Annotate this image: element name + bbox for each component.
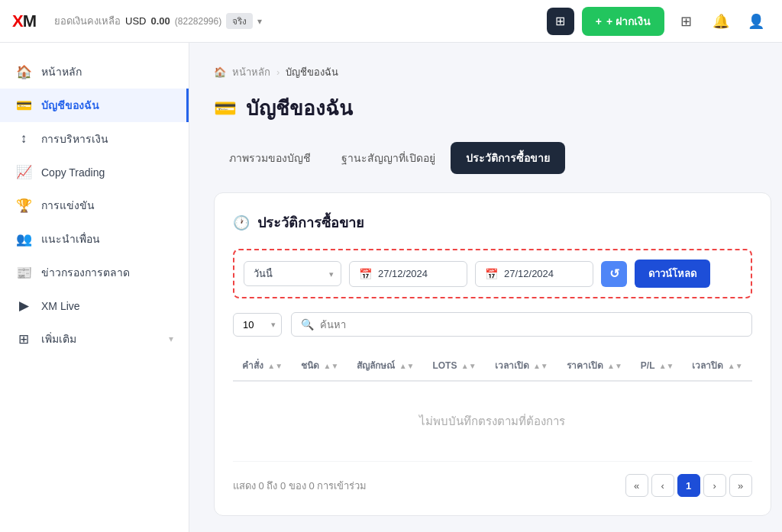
col-close-time[interactable]: เวลาปิด ▲▼ xyxy=(683,350,751,381)
main-content: 🏠 หน้าหลัก › บัญชีของฉัน 💳 บัญชีของฉัน ภ… xyxy=(189,43,782,532)
pagination-current-button[interactable]: 1 xyxy=(677,474,700,497)
sidebar-item-more[interactable]: ⊞ เพิ่มเติม ▾ xyxy=(0,322,189,356)
sidebar-item-competition[interactable]: 🏆 การแข่งขัน xyxy=(0,189,189,222)
empty-message: ไม่พบบันทึกตรงตามที่ต้องการ xyxy=(233,381,752,462)
page-title-row: 💳 บัญชีของฉัน xyxy=(214,92,771,124)
col-open-time[interactable]: เวลาเปิด ▲▼ xyxy=(486,350,557,381)
sidebar-item-copy-trading[interactable]: 📈 Copy Trading xyxy=(0,156,189,189)
deposit-icon: + xyxy=(596,15,602,27)
sidebar-item-label: Copy Trading xyxy=(41,166,173,179)
clock-icon: 🕐 xyxy=(233,214,250,231)
sort-icon: ▲▼ xyxy=(399,362,415,370)
sidebar-item-label: เพิ่มเติม xyxy=(41,330,160,347)
section-title: ประวัติการซื้อขาย xyxy=(257,211,364,234)
account-type-badge[interactable]: จริง xyxy=(226,13,253,29)
per-page-select[interactable]: 10 25 50 100 xyxy=(233,313,282,337)
deposit-label: + ฝากเงิน xyxy=(606,13,651,30)
table-header: คำสั่ง ▲▼ ชนิด ▲▼ สัญลักษณ์ ▲▼ xyxy=(233,350,752,381)
col-type[interactable]: ชนิด ▲▼ xyxy=(292,350,347,381)
sort-icon: ▲▼ xyxy=(659,362,674,370)
tab-open-positions[interactable]: ฐานะสัญญาที่เปิดอยู่ xyxy=(326,142,451,174)
sidebar-item-label: การแข่งขัน xyxy=(41,197,173,214)
chevron-down-icon: ▾ xyxy=(169,334,173,344)
sidebar-item-news[interactable]: 📰 ข่าวกรองการตลาด xyxy=(0,256,189,289)
currency: USD xyxy=(125,15,146,27)
sidebar-item-xm-live[interactable]: ▶ XM Live xyxy=(0,289,189,322)
deposit-button[interactable]: + + ฝากเงิน xyxy=(582,7,664,36)
table-wrap: คำสั่ง ▲▼ ชนิด ▲▼ สัญลักษณ์ ▲▼ xyxy=(233,350,752,462)
breadcrumb-separator: › xyxy=(276,66,280,78)
table-footer: แสดง 0 ถึง 0 ของ 0 การเข้าร่วม « ‹ 1 › » xyxy=(233,474,752,497)
footer-text: แสดง 0 ถึง 0 ของ 0 การเข้าร่วม xyxy=(233,478,367,494)
date-to-input[interactable]: 📅 27/12/2024 xyxy=(475,261,593,287)
topnav: XM ยอดเงินคงเหลือ USD 0.00 (82282996) จร… xyxy=(0,0,782,43)
more-icon: ⊞ xyxy=(15,331,32,347)
calendar-to-icon: 📅 xyxy=(485,268,498,280)
breadcrumb: 🏠 หน้าหลัก › บัญชีของฉัน xyxy=(214,64,771,80)
download-button[interactable]: ดาวน์โหลด xyxy=(635,260,710,288)
sort-icon: ▲▼ xyxy=(267,362,283,370)
breadcrumb-home-icon: 🏠 xyxy=(214,66,226,78)
search-input[interactable] xyxy=(320,319,742,330)
copy-trading-icon: 📈 xyxy=(15,164,32,180)
col-order[interactable]: คำสั่ง ▲▼ xyxy=(233,350,292,381)
layout: 🏠 หน้าหลัก 💳 บัญชีของฉัน ↕ การบริหารเงิน… xyxy=(0,43,782,532)
sort-icon: ▲▼ xyxy=(533,362,548,370)
trade-history-table: คำสั่ง ▲▼ ชนิด ▲▼ สัญลักษณ์ ▲▼ xyxy=(233,350,752,462)
sidebar-item-home[interactable]: 🏠 หน้าหลัก xyxy=(0,55,189,89)
sort-icon: ▲▼ xyxy=(461,362,477,370)
date-filter-select[interactable]: วันนี้ เมื่อวาน 7 วันที่ผ่านมา 30 วันที่… xyxy=(244,261,341,286)
sidebar-item-label: XM Live xyxy=(41,300,173,312)
sidebar-item-accounts[interactable]: 💳 บัญชีของฉัน xyxy=(0,89,189,122)
topnav-actions: ⊞ + + ฝากเงิน ⊞ 🔔 👤 xyxy=(547,7,770,36)
pagination-first-button[interactable]: « xyxy=(625,474,648,497)
col-pl[interactable]: P/L ▲▼ xyxy=(632,350,683,381)
pagination-last-button[interactable]: » xyxy=(729,474,752,497)
reset-icon: ↺ xyxy=(609,266,619,281)
sidebar-item-referral[interactable]: 👥 แนะนำเพื่อน xyxy=(0,222,189,256)
accounts-icon: 💳 xyxy=(15,98,32,114)
notifications-button[interactable]: 🔔 xyxy=(707,8,735,35)
profile-button[interactable]: 👤 xyxy=(742,8,770,35)
home-icon: 🏠 xyxy=(15,64,32,80)
col-open-price[interactable]: ราคาเปิด ▲▼ xyxy=(557,350,632,381)
col-symbol[interactable]: สัญลักษณ์ ▲▼ xyxy=(347,350,423,381)
date-from-input[interactable]: 📅 27/12/2024 xyxy=(349,261,467,287)
sidebar-item-label: บัญชีของฉัน xyxy=(41,97,171,114)
referral-icon: 👥 xyxy=(15,231,32,247)
search-wrap: 🔍 xyxy=(291,312,752,337)
account-number: (82282996) xyxy=(175,16,221,27)
pagination-next-button[interactable]: › xyxy=(703,474,726,497)
grid-view-button[interactable]: ⊞ xyxy=(547,8,574,35)
trade-history-card: 🕐 ประวัติการซื้อขาย วันนี้ เมื่อวาน 7 วั… xyxy=(214,192,771,516)
table-body: ไม่พบบันทึกตรงตามที่ต้องการ xyxy=(233,381,752,462)
date-from-value: 27/12/2024 xyxy=(378,268,428,279)
table-empty-row: ไม่พบบันทึกตรงตามที่ต้องการ xyxy=(233,381,752,462)
apps-button[interactable]: ⊞ xyxy=(672,8,700,35)
logo: XM xyxy=(12,11,36,31)
balance-section: ยอดเงินคงเหลือ USD 0.00 (82282996) จริง … xyxy=(54,13,262,29)
col-lots[interactable]: LOTS ▲▼ xyxy=(423,350,485,381)
xm-live-icon: ▶ xyxy=(15,298,32,314)
breadcrumb-current: บัญชีของฉัน xyxy=(286,64,338,80)
search-icon: 🔍 xyxy=(301,318,314,330)
sidebar-item-label: การบริหารเงิน xyxy=(41,131,173,147)
date-to-value: 27/12/2024 xyxy=(504,268,554,279)
tabs: ภาพรวมของบัญชี ฐานะสัญญาที่เปิดอยู่ ประว… xyxy=(214,142,771,174)
pagination-prev-button[interactable]: ‹ xyxy=(651,474,674,497)
sidebar-item-money[interactable]: ↕ การบริหารเงิน xyxy=(0,122,189,156)
sidebar-item-label: แนะนำเพื่อน xyxy=(41,231,173,247)
download-label: ดาวน์โหลด xyxy=(648,268,696,279)
page-title-icon: 💳 xyxy=(214,98,237,119)
tab-overview[interactable]: ภาพรวมของบัญชี xyxy=(214,142,326,174)
filter-select-wrap: วันนี้ เมื่อวาน 7 วันที่ผ่านมา 30 วันที่… xyxy=(244,261,341,286)
sidebar-item-label: หน้าหลัก xyxy=(41,63,173,80)
news-icon: 📰 xyxy=(15,265,32,281)
balance-chevron-icon[interactable]: ▾ xyxy=(257,16,262,27)
breadcrumb-home-link[interactable]: หน้าหลัก xyxy=(232,64,270,80)
per-page-wrap: 10 25 50 100 ▾ xyxy=(233,313,282,337)
reset-button[interactable]: ↺ xyxy=(601,261,627,287)
tab-trade-history[interactable]: ประวัติการซื้อขาย xyxy=(451,142,565,174)
calendar-from-icon: 📅 xyxy=(359,268,372,280)
sort-icon: ▲▼ xyxy=(607,362,622,370)
